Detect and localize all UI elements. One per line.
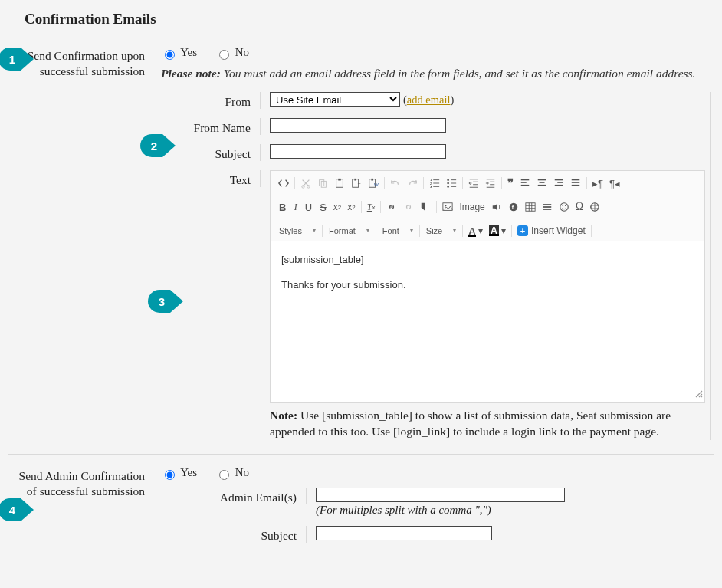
outdent-icon[interactable] xyxy=(465,176,482,191)
send-confirmation-label: Send Confirmation upon successful submis… xyxy=(8,34,153,454)
superscript-icon[interactable]: x2 xyxy=(344,199,358,215)
section-title: Confirmation Emails xyxy=(8,8,714,34)
rtl-icon[interactable]: ¶◂ xyxy=(606,176,623,192)
styles-dropdown[interactable]: Styles▾ xyxy=(275,224,320,238)
admin-conf-no-radio[interactable] xyxy=(219,470,229,480)
subject-input[interactable] xyxy=(270,144,446,159)
svg-point-20 xyxy=(447,186,449,189)
admin-conf-yes-label[interactable]: Yes xyxy=(161,466,197,478)
svg-point-57 xyxy=(562,205,563,207)
send-conf-yes-label[interactable]: Yes xyxy=(161,46,197,58)
send-conf-no-label[interactable]: No xyxy=(215,46,249,58)
undo-icon[interactable] xyxy=(387,176,404,191)
indent-icon[interactable] xyxy=(482,176,499,191)
strike-icon[interactable]: S xyxy=(316,200,330,215)
link-icon[interactable] xyxy=(383,199,400,215)
blockquote-icon[interactable]: ❞ xyxy=(504,174,517,192)
smiley-icon[interactable] xyxy=(556,199,573,215)
from-name-label: From Name xyxy=(161,118,261,135)
editor-note: Note: Use [submission_table] to show a l… xyxy=(270,408,705,440)
ltr-icon[interactable]: ▸¶ xyxy=(589,176,606,192)
insert-widget-button[interactable]: +Insert Widget xyxy=(514,224,589,238)
send-conf-note: Please note: You must add an email addre… xyxy=(161,66,711,82)
align-left-icon[interactable] xyxy=(517,176,533,191)
admin-subject-label: Subject xyxy=(161,526,307,543)
svg-text:W: W xyxy=(374,182,379,188)
source-icon[interactable] xyxy=(275,176,292,191)
svg-text:3: 3 xyxy=(430,186,432,189)
flash-icon[interactable]: f xyxy=(505,199,522,215)
callout-4: 4 xyxy=(0,498,34,521)
from-label: From xyxy=(161,92,261,109)
editor-body[interactable]: [submission_table] Thanks for your submi… xyxy=(271,241,704,387)
admin-emails-hint: (For multiples split with a comma ",") xyxy=(316,504,708,517)
redo-icon[interactable] xyxy=(404,176,421,191)
bold-icon[interactable]: B xyxy=(275,200,290,215)
remove-format-icon[interactable]: Tx xyxy=(364,199,379,215)
underline-icon[interactable]: U xyxy=(301,200,316,215)
admin-emails-label: Admin Email(s) xyxy=(161,488,307,504)
svg-rect-48 xyxy=(526,203,535,212)
bg-color-icon[interactable]: A▾ xyxy=(486,222,509,238)
admin-conf-no-label[interactable]: No xyxy=(215,466,249,478)
callout-3: 3 xyxy=(148,290,183,313)
size-dropdown[interactable]: Size▾ xyxy=(422,224,460,238)
svg-point-58 xyxy=(565,205,566,207)
text-color-icon[interactable]: A▾ xyxy=(465,222,485,239)
send-conf-yes-radio[interactable] xyxy=(165,50,175,60)
text-label: Text xyxy=(161,170,261,187)
svg-point-56 xyxy=(560,203,569,212)
format-dropdown[interactable]: Format▾ xyxy=(325,224,373,238)
svg-point-45 xyxy=(445,205,447,207)
paste-text-icon[interactable]: T xyxy=(348,176,365,191)
svg-rect-7 xyxy=(354,179,356,181)
from-name-input[interactable] xyxy=(270,118,446,133)
svg-point-18 xyxy=(447,179,449,182)
special-char-icon[interactable]: Ω xyxy=(573,199,586,215)
resize-handle-icon[interactable] xyxy=(271,387,704,402)
admin-conf-yes-radio[interactable] xyxy=(165,470,175,480)
paste-word-icon[interactable]: W xyxy=(365,176,382,191)
bullet-list-icon[interactable] xyxy=(443,176,460,191)
callout-2: 2 xyxy=(140,134,176,157)
copy-icon[interactable] xyxy=(314,176,331,191)
admin-subject-input[interactable] xyxy=(316,526,492,540)
paste-icon[interactable] xyxy=(331,176,348,191)
align-justify-icon[interactable] xyxy=(567,176,584,191)
subject-label: Subject xyxy=(161,144,261,161)
rich-text-editor: T W 123 xyxy=(270,170,705,403)
svg-rect-10 xyxy=(371,179,373,181)
editor-toolbar: T W 123 xyxy=(271,171,704,241)
table-icon[interactable] xyxy=(522,199,539,215)
admin-emails-input[interactable] xyxy=(316,488,565,502)
hr-icon[interactable] xyxy=(539,199,556,215)
anchor-icon[interactable] xyxy=(417,199,434,215)
svg-text:T: T xyxy=(358,182,361,188)
align-right-icon[interactable] xyxy=(550,176,567,191)
send-conf-no-radio[interactable] xyxy=(219,50,229,60)
add-email-link[interactable]: add email xyxy=(407,94,451,106)
callout-1: 1 xyxy=(0,48,34,71)
numbered-list-icon[interactable]: 123 xyxy=(426,176,443,191)
subscript-icon[interactable]: x2 xyxy=(330,199,344,215)
iframe-icon[interactable] xyxy=(586,199,603,215)
italic-icon[interactable]: I xyxy=(290,199,300,215)
image-icon[interactable] xyxy=(439,199,456,215)
font-dropdown[interactable]: Font▾ xyxy=(379,224,417,238)
cut-icon[interactable] xyxy=(297,176,314,191)
svg-rect-5 xyxy=(338,179,341,181)
from-select[interactable]: Use Site Email xyxy=(270,92,400,107)
unlink-icon[interactable] xyxy=(400,199,417,215)
audio-icon[interactable] xyxy=(488,199,505,215)
image-label[interactable]: Image xyxy=(456,199,487,215)
svg-point-19 xyxy=(447,182,449,185)
align-center-icon[interactable] xyxy=(533,176,550,191)
